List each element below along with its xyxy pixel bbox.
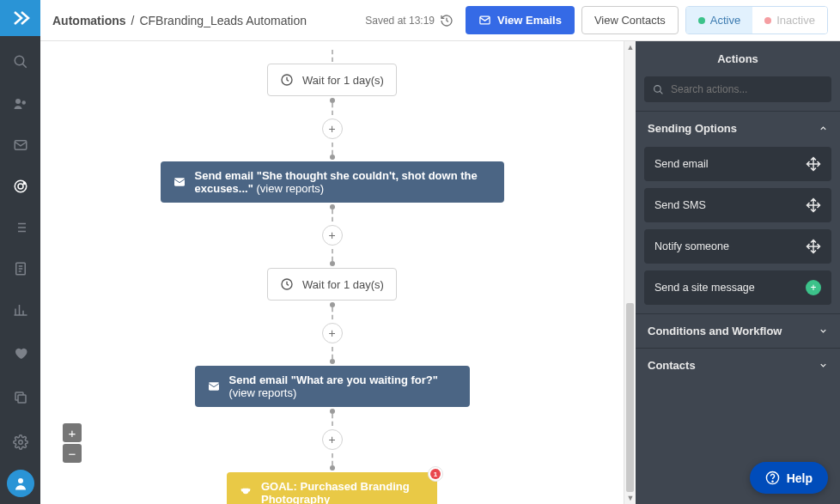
add-node-button[interactable]: + xyxy=(322,118,343,139)
reports-icon[interactable] xyxy=(0,295,40,325)
section-head-sending[interactable]: Sending Options xyxy=(636,112,840,145)
action-send-email[interactable]: Send email xyxy=(644,147,831,181)
help-button[interactable]: Help xyxy=(750,462,828,494)
list-icon[interactable] xyxy=(0,212,40,243)
svg-point-9 xyxy=(18,440,22,445)
section-sending-options: Sending Options Send email Send SMS Noti… xyxy=(636,111,840,313)
svg-rect-15 xyxy=(209,382,219,390)
saved-indicator: Saved at 13:19 xyxy=(365,14,453,27)
status-active-button[interactable]: Active xyxy=(686,7,752,33)
section-label: Conditions and Workflow xyxy=(648,325,782,337)
svg-point-0 xyxy=(15,57,24,66)
forms-icon[interactable] xyxy=(0,253,40,284)
email-node-text: Send email "What are you waiting for?" (… xyxy=(229,373,458,399)
add-node-button[interactable]: + xyxy=(322,225,343,246)
scroll-down-arrow[interactable]: ▼ xyxy=(624,492,636,504)
wait-node[interactable]: Wait for 1 day(s) xyxy=(267,64,397,96)
status-active-label: Active xyxy=(710,14,740,27)
section-label: Sending Options xyxy=(648,122,737,135)
email-node-text: Send email "She thought she couldn't, sh… xyxy=(195,169,492,195)
action-label: Send email xyxy=(654,158,709,170)
logo[interactable] xyxy=(0,0,40,36)
status-toggle: Active Inactive xyxy=(685,6,828,34)
automation-canvas[interactable]: Wait for 1 day(s) + Send email "She thou… xyxy=(40,41,624,504)
action-site-message[interactable]: Send a site message + xyxy=(644,270,831,305)
svg-point-2 xyxy=(21,100,26,105)
send-email-node[interactable]: Send email "What are you waiting for?" (… xyxy=(195,366,470,407)
zoom-in-button[interactable]: + xyxy=(63,423,82,442)
clock-icon xyxy=(280,73,294,87)
breadcrumb-separator: / xyxy=(131,14,135,27)
add-node-button[interactable]: + xyxy=(322,429,343,450)
search-icon xyxy=(653,84,664,95)
canvas-area: Wait for 1 day(s) + Send email "She thou… xyxy=(40,41,636,504)
add-node-button[interactable]: + xyxy=(322,323,343,343)
section-conditions: Conditions and Workflow xyxy=(636,313,840,348)
action-label: Send SMS xyxy=(654,199,706,211)
status-inactive-label: Inactive xyxy=(776,14,815,27)
actions-search-input[interactable] xyxy=(671,83,823,95)
clock-icon xyxy=(280,277,294,291)
move-icon xyxy=(806,156,821,172)
zoom-out-button[interactable]: − xyxy=(63,444,82,463)
section-head-contacts[interactable]: Contacts xyxy=(636,349,840,382)
help-icon xyxy=(765,471,780,485)
svg-point-6 xyxy=(23,182,25,184)
svg-point-5 xyxy=(18,184,23,189)
contacts-icon[interactable] xyxy=(0,88,40,118)
chevron-down-icon xyxy=(819,361,828,370)
plus-icon: + xyxy=(806,280,821,295)
search-icon[interactable] xyxy=(0,46,40,77)
active-dot xyxy=(698,17,705,24)
heart-icon[interactable] xyxy=(0,336,40,370)
goal-node[interactable]: GOAL: Purchased Branding Photography 1 xyxy=(227,472,437,504)
svg-point-10 xyxy=(18,478,23,483)
chevron-up-icon xyxy=(819,124,828,133)
inactive-dot xyxy=(764,17,771,24)
action-notify-someone[interactable]: Notify someone xyxy=(644,229,831,264)
envelope-icon xyxy=(173,175,186,189)
svg-point-16 xyxy=(654,85,661,92)
saved-text: Saved at 13:19 xyxy=(365,15,435,27)
node-notification-badge[interactable]: 1 xyxy=(428,466,443,482)
envelope-icon xyxy=(207,380,221,393)
view-contacts-button[interactable]: View Contacts xyxy=(581,6,679,34)
vertical-scrollbar[interactable]: ▲ ▼ xyxy=(624,41,636,504)
status-inactive-button[interactable]: Inactive xyxy=(752,7,827,33)
automations-icon[interactable] xyxy=(0,171,40,202)
copy-icon[interactable] xyxy=(0,380,40,415)
breadcrumb-root[interactable]: Automations xyxy=(52,14,126,27)
wait-node-label: Wait for 1 day(s) xyxy=(302,74,384,87)
scroll-up-arrow[interactable]: ▲ xyxy=(624,41,636,53)
trophy-icon xyxy=(239,486,253,500)
scroll-thumb[interactable] xyxy=(626,303,634,492)
svg-point-18 xyxy=(772,481,773,482)
breadcrumb-current: CFBranding_Leads Automation xyxy=(139,14,307,27)
left-icon-sidebar xyxy=(0,0,40,504)
panel-title: Actions xyxy=(636,41,840,76)
section-head-conditions[interactable]: Conditions and Workflow xyxy=(636,314,840,348)
envelope-icon xyxy=(478,14,491,27)
history-icon[interactable] xyxy=(440,14,453,27)
goal-node-label: GOAL: Purchased Branding Photography xyxy=(261,480,425,504)
send-email-node[interactable]: Send email "She thought she couldn't, sh… xyxy=(161,161,504,203)
section-label: Contacts xyxy=(648,359,696,372)
move-icon xyxy=(806,197,821,213)
zoom-controls: + − xyxy=(63,423,82,463)
svg-rect-13 xyxy=(174,178,185,185)
svg-rect-8 xyxy=(18,395,26,403)
wait-node[interactable]: Wait for 1 day(s) xyxy=(267,268,397,301)
actions-search[interactable] xyxy=(644,76,831,102)
view-emails-label: View Emails xyxy=(497,14,562,27)
avatar[interactable] xyxy=(7,470,34,497)
action-send-sms[interactable]: Send SMS xyxy=(644,188,831,222)
svg-point-1 xyxy=(15,99,21,104)
gear-icon[interactable] xyxy=(0,425,40,459)
action-label: Send a site message xyxy=(654,282,755,294)
actions-panel: Actions Sending Options Send email Send … xyxy=(636,41,840,504)
wait-node-label: Wait for 1 day(s) xyxy=(302,278,384,291)
campaigns-icon[interactable] xyxy=(0,130,40,161)
view-contacts-label: View Contacts xyxy=(594,14,666,27)
help-label: Help xyxy=(787,471,813,485)
view-emails-button[interactable]: View Emails xyxy=(466,6,575,34)
